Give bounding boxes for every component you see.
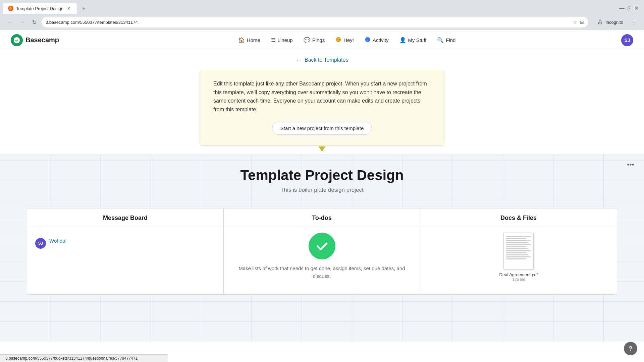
checkmark-icon — [309, 233, 335, 259]
logo-text: Basecamp — [25, 36, 59, 44]
docs-files-column: Docs & Files — [420, 208, 617, 294]
file-name: Deal Agreement.pdf — [499, 272, 538, 277]
maximize-icon[interactable]: ⊡ — [627, 5, 632, 11]
hey-label: Hey! — [343, 37, 354, 43]
activity-icon — [365, 37, 371, 44]
user-avatar[interactable]: SJ — [621, 34, 633, 46]
arrow-down-indicator — [0, 146, 644, 154]
info-box: Edit this template just like any other B… — [200, 70, 444, 146]
reload-button[interactable]: ↻ — [30, 17, 39, 27]
file-card[interactable]: Deal Agreement.pdf 125 kB — [499, 233, 538, 282]
tab-favicon: 🟠 — [8, 6, 13, 11]
active-tab[interactable]: 🟠 Template Project Design ✕ — [3, 3, 77, 14]
forward-button[interactable]: → — [17, 17, 27, 27]
tab-title: Template Project Design — [16, 6, 63, 11]
logo[interactable]: Basecamp — [11, 34, 59, 46]
more-menu-button[interactable]: ••• — [625, 159, 636, 170]
status-url: 3.basecamp.com/5550377/buckets/31341174/… — [5, 356, 138, 361]
status-bar: 3.basecamp.com/5550377/buckets/31341174/… — [0, 354, 168, 362]
svg-point-4 — [365, 37, 370, 42]
nav-activity[interactable]: Activity — [360, 34, 393, 47]
file-line-3 — [506, 240, 531, 241]
file-line-1 — [506, 236, 531, 237]
message-board-body: SJ Wohoo! — [27, 227, 223, 294]
project-subtitle: This is boiler plate design project — [0, 187, 644, 193]
logo-icon — [11, 34, 23, 46]
address-bar-row: ← → ↻ 3.basecamp.com/5550377/templates/3… — [0, 14, 644, 30]
tool-columns: Message Board SJ Wohoo! To-dos — [27, 208, 617, 295]
info-text: Edit this template just like any other B… — [213, 79, 431, 114]
nav-find[interactable]: 🔍 Find — [432, 34, 460, 46]
message-text[interactable]: Wohoo! — [49, 238, 66, 244]
nav-pings[interactable]: 💬 Pings — [299, 34, 330, 46]
project-area: ••• Template Project Design This is boil… — [0, 154, 644, 342]
tab-close-button[interactable]: ✕ — [66, 6, 71, 11]
start-button-wrap: Start a new project from this template — [213, 122, 431, 135]
nav-links: 🏠 Home ☰ Lineup 💬 Pings 😊 Hey! — [72, 34, 621, 47]
lineup-icon: ☰ — [271, 37, 276, 43]
top-nav: Basecamp 🏠 Home ☰ Lineup 💬 Pings 😊 Hey! — [0, 30, 644, 50]
back-link-container: ← Back to Templates — [0, 57, 644, 63]
tab-bar: 🟠 Template Project Design ✕ + — ⊡ ✕ — [0, 0, 644, 14]
address-icons: ☆ ⊞ — [573, 19, 584, 25]
file-line-6 — [506, 246, 526, 247]
file-line-2 — [506, 238, 526, 239]
nav-hey[interactable]: 😊 Hey! — [331, 34, 359, 47]
message-avatar: SJ — [35, 238, 46, 249]
mystuff-label: My Stuff — [408, 37, 427, 43]
file-size: 125 kB — [512, 277, 525, 282]
home-label: Home — [247, 37, 260, 43]
nav-mystuff[interactable]: 👤 My Stuff — [395, 34, 431, 46]
file-line-10 — [506, 254, 529, 255]
file-line-4 — [506, 242, 529, 243]
minimize-icon[interactable]: — — [619, 5, 625, 11]
back-arrow-icon: ← — [296, 57, 301, 63]
incognito-label: Incognito — [605, 20, 623, 25]
bookmark-icon[interactable]: ☆ — [573, 19, 577, 25]
message-board-column: Message Board SJ Wohoo! — [27, 208, 224, 294]
svg-text:😊: 😊 — [337, 38, 341, 42]
back-button[interactable]: ← — [5, 17, 15, 27]
mystuff-icon: 👤 — [399, 37, 406, 43]
svg-point-0 — [599, 20, 601, 22]
browser-actions: Incognito ⋮ — [591, 17, 639, 27]
main-content: ← Back to Templates Edit this template j… — [0, 50, 644, 348]
todos-header: To-dos — [224, 208, 420, 227]
project-title: Template Project Design — [0, 167, 644, 183]
file-line-11 — [506, 256, 531, 257]
back-to-templates-label: Back to Templates — [305, 57, 348, 63]
find-label: Find — [446, 37, 455, 43]
pings-label: Pings — [312, 37, 325, 43]
extensions-icon[interactable]: ⊞ — [580, 19, 584, 25]
file-lines — [506, 235, 531, 267]
todos-body: Make lists of work that needs to get don… — [224, 227, 420, 294]
back-to-templates-link[interactable]: ← Back to Templates — [296, 57, 348, 63]
activity-label: Activity — [373, 37, 389, 43]
nav-home[interactable]: 🏠 Home — [233, 34, 265, 46]
window-controls: — ⊡ ✕ — [619, 5, 644, 14]
todos-column: To-dos Make lists of work that needs to … — [224, 208, 420, 294]
svg-point-1 — [14, 37, 20, 43]
svg-marker-5 — [319, 146, 325, 152]
browser-chrome: 🟠 Template Project Design ✕ + — ⊡ ✕ ← → … — [0, 0, 644, 30]
incognito-button[interactable]: Incognito — [593, 17, 627, 27]
file-thumbnail — [503, 233, 534, 269]
address-text: 3.basecamp.com/5550377/templates/3134117… — [46, 20, 570, 25]
app: Basecamp 🏠 Home ☰ Lineup 💬 Pings 😊 Hey! — [0, 30, 644, 348]
browser-more-button[interactable]: ⋮ — [629, 17, 639, 27]
file-line-12 — [506, 258, 526, 259]
file-line-5 — [506, 244, 531, 245]
help-button[interactable]: ? — [624, 342, 637, 355]
todos-description: Make lists of work that needs to get don… — [229, 265, 415, 280]
pings-icon: 💬 — [304, 37, 310, 43]
message-item: SJ Wohoo! — [35, 238, 215, 249]
close-icon[interactable]: ✕ — [634, 5, 639, 11]
lineup-label: Lineup — [278, 37, 293, 43]
address-bar[interactable]: 3.basecamp.com/5550377/templates/3134117… — [42, 17, 588, 27]
find-icon: 🔍 — [437, 37, 444, 43]
new-tab-button[interactable]: + — [78, 3, 90, 14]
project-header: Template Project Design This is boiler p… — [0, 154, 644, 200]
message-board-header: Message Board — [27, 208, 223, 227]
nav-lineup[interactable]: ☰ Lineup — [266, 34, 298, 46]
start-new-project-button[interactable]: Start a new project from this template — [272, 122, 372, 135]
